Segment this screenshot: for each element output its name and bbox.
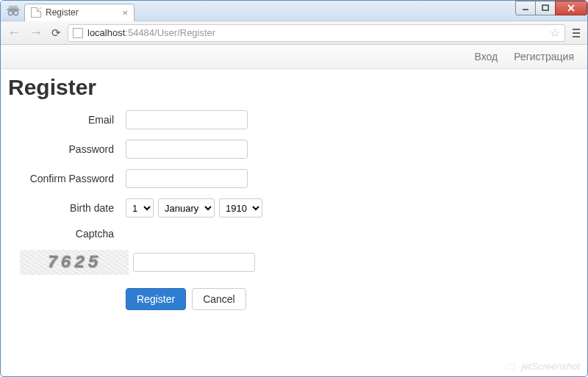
window-maximize-button[interactable] [535, 1, 556, 15]
page-file-icon [31, 7, 41, 18]
reload-button[interactable]: ⟳ [49, 26, 63, 40]
captcha-label: Captcha [8, 228, 126, 240]
confirm-password-label: Confirm Password [8, 173, 126, 184]
browser-tab[interactable]: Register × [24, 4, 135, 21]
watermark: jetScreenshot [504, 360, 581, 372]
captcha-image: 7625 [20, 250, 129, 275]
url-host: localhost [87, 27, 125, 38]
svg-point-1 [8, 10, 12, 15]
password-label: Password [8, 143, 126, 155]
back-button[interactable]: ← [5, 25, 23, 40]
menu-button[interactable] [570, 26, 583, 40]
bookmark-star-icon[interactable]: ☆ [550, 26, 560, 40]
page-file-icon [73, 28, 83, 38]
birth-day-select[interactable]: 1 [126, 198, 154, 218]
browser-window: Register × ← → ⟳ localhost:54484/User/Re… [0, 0, 588, 377]
svg-rect-4 [542, 5, 548, 10]
page-content: Register Email Password Confirm Password… [1, 75, 587, 310]
watermark-text: jetScreenshot [522, 361, 581, 372]
confirm-password-field[interactable] [126, 169, 248, 188]
svg-point-7 [514, 363, 515, 365]
birth-month-select[interactable]: January [158, 198, 215, 218]
url-bar[interactable]: localhost:54484/User/Register ☆ [68, 24, 565, 42]
incognito-icon [5, 3, 21, 19]
window-minimize-button[interactable] [515, 1, 536, 15]
birth-year-select[interactable]: 1910 [219, 198, 262, 218]
captcha-field[interactable] [133, 253, 255, 272]
cancel-button[interactable]: Cancel [192, 288, 246, 310]
site-nav: Вход Регистрация [1, 45, 587, 69]
register-button[interactable]: Register [126, 288, 186, 310]
titlebar: Register × [1, 1, 587, 21]
svg-point-2 [14, 10, 18, 15]
nav-register-link[interactable]: Регистрация [514, 51, 574, 62]
browser-toolbar: ← → ⟳ localhost:54484/User/Register ☆ [1, 21, 587, 45]
email-label: Email [8, 114, 126, 126]
tab-title: Register [46, 7, 79, 18]
nav-login-link[interactable]: Вход [475, 51, 498, 62]
forward-button[interactable]: → [27, 25, 45, 40]
tab-close-icon[interactable]: × [122, 7, 128, 18]
password-field[interactable] [126, 140, 248, 159]
email-field[interactable] [126, 110, 248, 129]
url-path: :54484/User/Register [125, 27, 215, 38]
page-title: Register [8, 75, 580, 100]
window-controls [516, 1, 587, 15]
svg-point-0 [7, 8, 20, 11]
birth-date-label: Birth date [8, 202, 126, 214]
window-close-button[interactable] [555, 1, 587, 15]
